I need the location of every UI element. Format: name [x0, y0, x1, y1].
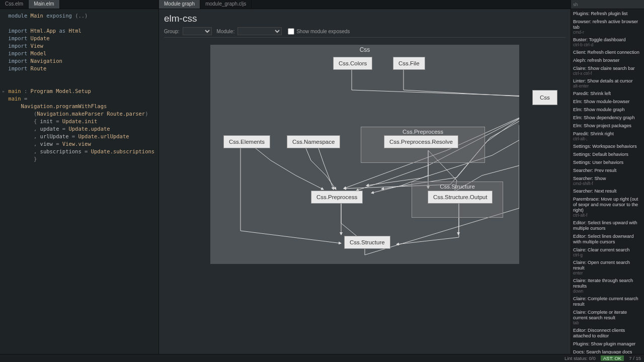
command-item[interactable]: Editor: Select lines upward with multipl… [571, 219, 644, 233]
editor-tab[interactable]: Main.elm [29, 0, 60, 9]
lint-status: Lint status: 0/0 [565, 355, 596, 361]
command-item[interactable]: Editor: Select lines downward with multi… [571, 233, 644, 246]
command-item[interactable]: Settings: Workspace behaviors [571, 143, 644, 151]
node-css-namespace[interactable]: Css.Namespace [287, 135, 340, 148]
command-item[interactable]: Docs: Search language docsctrl-shift-d [571, 348, 644, 354]
command-panel: sh Plugins: Refresh plugin listBrowser: … [571, 0, 644, 354]
command-item[interactable]: Claire: Complete or iterate current sear… [571, 309, 644, 327]
show-exposeds-checkbox[interactable] [288, 28, 294, 35]
command-search-text: sh [573, 2, 578, 7]
graph-tabs: Module graphmodule_graph.cljs [159, 0, 571, 9]
node-css-file[interactable]: Css.File [393, 57, 425, 70]
command-item[interactable]: Client: Refresh client connection [571, 49, 644, 57]
command-item[interactable]: Plugins: Refresh plugin list [571, 10, 644, 18]
status-bar: Lint status: 0/0 AST: OK 7 / 15 [0, 354, 644, 362]
editor-pane: Css.elmMain.elm module Main exposing (..… [0, 0, 159, 354]
command-item[interactable]: Elm: Show module-browser [571, 98, 644, 106]
module-select[interactable] [237, 27, 282, 35]
command-list: Plugins: Refresh plugin listBrowser: ref… [571, 9, 644, 354]
node-css-structure-output[interactable]: Css.Structure.Output [428, 191, 493, 204]
command-item[interactable]: Searcher: Next result [571, 188, 644, 196]
command-item[interactable]: Plugins: Show plugin manager [571, 340, 644, 348]
graph-title: elm-css [164, 13, 566, 24]
command-item[interactable]: Elm: Show module graph [571, 106, 644, 114]
command-search[interactable]: sh [571, 0, 644, 9]
command-item[interactable]: Paredit: Shrink left [571, 90, 644, 98]
command-item[interactable]: Paredit: Shrink rightctrl-alt-, [571, 130, 644, 143]
command-item[interactable]: Browser: refresh active browser tabcmd-r [571, 18, 644, 36]
command-item[interactable]: Editor: Disconnect clients attached to e… [571, 327, 644, 340]
command-item[interactable]: Claire: Iterate through search resultsdo… [571, 277, 644, 295]
ast-status: AST: OK [601, 355, 624, 361]
module-label: Module: [217, 29, 235, 34]
graph-pane: Module graphmodule_graph.cljs elm-css Gr… [159, 0, 571, 354]
graph-tab[interactable]: Module graph [159, 0, 200, 9]
node-css-elements[interactable]: Css.Elements [223, 135, 270, 148]
module-graph-canvas[interactable]: Css [210, 45, 519, 264]
command-item[interactable]: Settings: Default behaviors [571, 151, 644, 159]
editor-tabs: Css.elmMain.elm [0, 0, 158, 9]
command-item[interactable]: Buster: Toggle dashboardctrl-b ctrl-d [571, 36, 644, 49]
command-item[interactable]: Parembrace: Move up right (out of sexpr … [571, 196, 644, 219]
group-label: Group: [164, 29, 180, 34]
node-css-preprocess[interactable]: Css.Preprocess [311, 191, 363, 204]
cursor-position: 7 / 15 [629, 355, 641, 361]
code-editor[interactable]: module Main exposing (..) import Html.Ap… [0, 9, 158, 354]
command-item[interactable]: Claire: Clear current searchctrl-g [571, 246, 644, 259]
node-css-structure[interactable]: Css.Structure [344, 236, 390, 249]
node-css[interactable]: Css [532, 90, 557, 105]
show-exposeds-label: Show module exposeds [296, 29, 350, 34]
cluster-preprocess-label: Css.Preprocess [361, 129, 485, 135]
node-css-colors[interactable]: Css.Colors [333, 57, 372, 70]
command-item[interactable]: Settings: User behaviors [571, 159, 644, 167]
node-css-preprocess-resolve[interactable]: Css.Preprocess.Resolve [384, 135, 458, 148]
editor-tab[interactable]: Css.elm [0, 0, 29, 9]
command-item[interactable]: Searcher: Prev result [571, 167, 644, 175]
command-item[interactable]: Claire: Show claire search barctrl-x ctr… [571, 65, 644, 77]
graph-tab[interactable]: module_graph.cljs [200, 0, 252, 9]
command-item[interactable]: Claire: Complete current search result [571, 295, 644, 309]
cluster-structure-label: Css.Structure [412, 184, 503, 190]
group-select[interactable] [183, 27, 212, 35]
command-item[interactable]: Elm: Show dependency graph [571, 114, 644, 122]
command-item[interactable]: Claire: Open current search resultenter [571, 259, 644, 277]
command-item[interactable]: Elm: Show project packages [571, 122, 644, 130]
command-item[interactable]: Searcher: Showcmd-shift-f [571, 175, 644, 188]
command-item[interactable]: Aleph: refresh browser [571, 57, 644, 65]
command-item[interactable]: Linter: Show details at cursoralt-enter [571, 77, 644, 90]
